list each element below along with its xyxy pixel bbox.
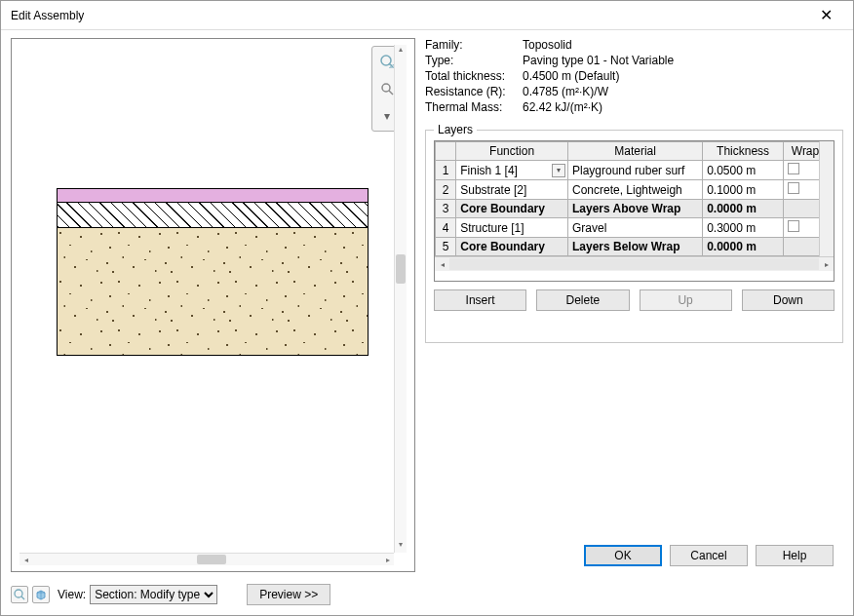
zoom-2d-icon[interactable] xyxy=(11,586,28,603)
layer-structure xyxy=(58,228,368,355)
table-row[interactable]: 2 Substrate [2] Concrete, Lightweigh 0.1… xyxy=(436,180,834,200)
type-value: Paving type 01 - Not Variable xyxy=(523,54,843,67)
insert-button[interactable]: Insert xyxy=(434,289,526,311)
table-row[interactable]: 5 Core Boundary Layers Below Wrap 0.0000… xyxy=(436,238,834,256)
cell-function: Core Boundary xyxy=(456,238,568,256)
row-number: 5 xyxy=(436,238,456,256)
row-number: 4 xyxy=(436,218,456,238)
preview-scrollbar-horizontal[interactable]: ◂ ▸ xyxy=(19,553,394,565)
cell-thickness: 0.0000 m xyxy=(703,238,784,256)
svg-line-4 xyxy=(389,91,393,95)
cancel-button[interactable]: Cancel xyxy=(670,545,748,566)
cell-function: Core Boundary xyxy=(456,200,568,218)
layer-finish xyxy=(58,189,368,203)
thermal-mass-label: Thermal Mass: xyxy=(425,100,523,114)
cube-3d-icon[interactable] xyxy=(32,586,50,603)
type-label: Type: xyxy=(425,54,523,67)
table-row[interactable]: 4 Structure [1] Gravel 0.3000 m xyxy=(436,218,834,238)
chevron-down-icon[interactable]: ▾ xyxy=(552,164,565,177)
cell-thickness[interactable]: 0.1000 m xyxy=(703,180,784,200)
thermal-mass-value: 62.42 kJ/(m²·K) xyxy=(523,100,843,114)
preview-pane: 2D ▾ ▴ ▾ xyxy=(11,38,415,572)
layer-substrate xyxy=(58,203,368,228)
row-number: 1 xyxy=(436,161,456,180)
close-button[interactable]: ✕ xyxy=(806,2,845,29)
help-button[interactable]: Help xyxy=(756,545,834,566)
total-thickness-label: Total thickness: xyxy=(425,69,523,83)
table-row[interactable]: 1 Finish 1 [4] ▾ Playground ruber surf 0… xyxy=(436,161,834,180)
row-number: 3 xyxy=(436,200,456,218)
row-number: 2 xyxy=(436,180,456,200)
header-function[interactable]: Function xyxy=(456,142,568,161)
table-row[interactable]: 3 Core Boundary Layers Above Wrap 0.0000… xyxy=(436,200,834,218)
window-title: Edit Assembly xyxy=(11,9,806,22)
cell-thickness[interactable]: 0.0500 m xyxy=(703,161,784,180)
ok-button[interactable]: OK xyxy=(584,545,662,566)
cell-material[interactable]: Gravel xyxy=(568,218,703,238)
checkbox-icon[interactable] xyxy=(788,163,799,174)
layers-group: Layers Function Material Thickness xyxy=(425,130,843,343)
titlebar: Edit Assembly ✕ xyxy=(1,1,853,30)
cell-material[interactable]: Concrete, Lightweigh xyxy=(568,180,703,200)
checkbox-icon[interactable] xyxy=(788,182,799,194)
family-label: Family: xyxy=(425,38,523,52)
cell-function[interactable]: Substrate [2] xyxy=(456,180,568,200)
resistance-value: 0.4785 (m²·K)/W xyxy=(523,85,843,98)
assembly-section-drawing xyxy=(57,188,369,356)
family-value: Toposolid xyxy=(523,38,843,52)
header-blank xyxy=(436,142,456,161)
total-thickness-value: 0.4500 m (Default) xyxy=(523,69,843,83)
svg-point-3 xyxy=(382,84,390,92)
cell-material[interactable]: Playground ruber surf xyxy=(568,161,703,180)
cell-thickness[interactable]: 0.3000 m xyxy=(703,218,784,238)
cell-thickness: 0.0000 m xyxy=(703,200,784,218)
preview-scrollbar-vertical[interactable]: ▴ ▾ xyxy=(394,45,407,553)
layers-group-label: Layers xyxy=(434,123,477,136)
edit-assembly-dialog: Edit Assembly ✕ 2D ▾ xyxy=(0,0,854,616)
svg-line-6 xyxy=(21,597,24,599)
cell-material: Layers Above Wrap xyxy=(568,200,703,218)
resistance-label: Resistance (R): xyxy=(425,85,523,98)
delete-button[interactable]: Delete xyxy=(536,289,629,311)
svg-point-5 xyxy=(15,590,22,597)
cell-function[interactable]: Structure [1] xyxy=(456,218,568,238)
down-button[interactable]: Down xyxy=(742,289,835,311)
header-material[interactable]: Material xyxy=(568,142,703,161)
preview-button[interactable]: Preview >> xyxy=(247,584,330,605)
cell-material: Layers Below Wrap xyxy=(568,238,703,256)
table-scrollbar-horizontal[interactable]: ◂▸ xyxy=(435,256,834,271)
layers-table[interactable]: Function Material Thickness Wraps 1 Fini… xyxy=(434,140,835,282)
view-select[interactable]: Section: Modify type xyxy=(90,585,217,604)
cell-function[interactable]: Finish 1 [4] ▾ xyxy=(456,161,568,180)
view-label: View: xyxy=(58,588,86,601)
properties-grid: Family: Toposolid Type: Paving type 01 -… xyxy=(425,38,843,114)
checkbox-icon[interactable] xyxy=(788,220,799,232)
table-scrollbar-vertical[interactable] xyxy=(819,141,834,266)
up-button[interactable]: Up xyxy=(640,289,732,311)
header-thickness[interactable]: Thickness xyxy=(703,142,784,161)
